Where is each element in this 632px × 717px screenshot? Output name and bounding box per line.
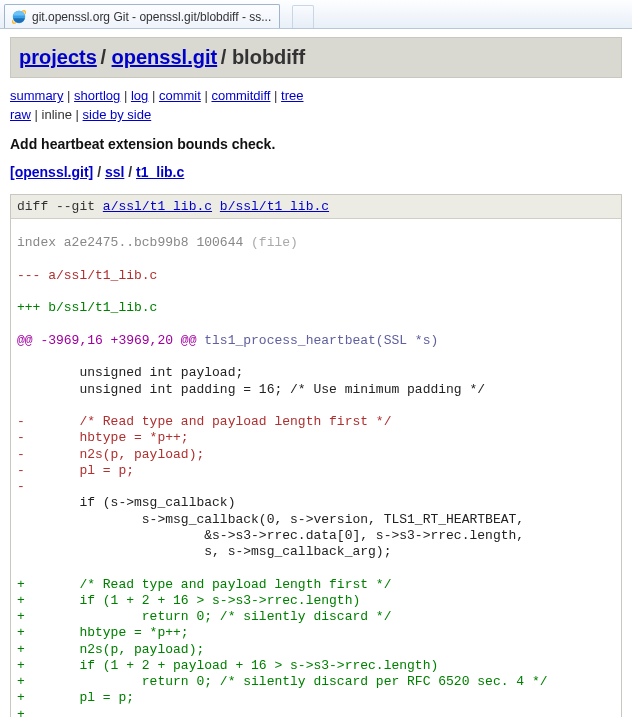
diff-line xyxy=(11,398,621,414)
diff-line: + pl = p; xyxy=(11,690,621,706)
diff-line: - hbtype = *p++; xyxy=(11,430,621,446)
nav-log[interactable]: log xyxy=(131,88,148,103)
diff-line: - pl = p; xyxy=(11,463,621,479)
tab-title: git.openssl.org Git - openssl.git/blobdi… xyxy=(32,10,271,24)
diff-line xyxy=(11,560,621,576)
nav-links-1: summary | shortlog | log | commit | comm… xyxy=(10,88,622,103)
path-file[interactable]: t1_lib.c xyxy=(136,164,184,180)
commit-title: Add heartbeat extension bounds check. xyxy=(10,136,622,152)
nav-sbs[interactable]: side by side xyxy=(83,107,152,122)
nav-summary[interactable]: summary xyxy=(10,88,63,103)
projects-link[interactable]: projects xyxy=(19,46,97,68)
nav-tree[interactable]: tree xyxy=(281,88,303,103)
path-root[interactable]: [openssl.git] xyxy=(10,164,93,180)
page-content: projects / openssl.git / blobdiff summar… xyxy=(0,29,632,717)
diff-line: + /* Read type and payload length first … xyxy=(11,577,621,593)
browser-tab-bar: git.openssl.org Git - openssl.git/blobdi… xyxy=(0,0,632,29)
nav-commitdiff[interactable]: commitdiff xyxy=(211,88,270,103)
diff-line: + hbtype = *p++; xyxy=(11,625,621,641)
diff-line: + return 0; /* silently discard */ xyxy=(11,609,621,625)
header-action: blobdiff xyxy=(232,46,305,68)
nav-raw[interactable]: raw xyxy=(10,107,31,122)
diff-line: + n2s(p, payload); xyxy=(11,642,621,658)
path-breadcrumb: [openssl.git] / ssl / t1_lib.c xyxy=(10,164,622,180)
diff-line: &s->s3->rrec.data[0], s->s3->rrec.length… xyxy=(11,528,621,544)
nav-inline: inline xyxy=(42,107,72,122)
diff-file-b[interactable]: b/ssl/t1_lib.c xyxy=(220,199,329,214)
diff-file-a[interactable]: a/ssl/t1_lib.c xyxy=(103,199,212,214)
header-sep: / xyxy=(221,46,232,68)
diff-container: diff --git a/ssl/t1_lib.c b/ssl/t1_lib.c… xyxy=(10,194,622,717)
diff-hunk-header: @@ -3969,16 +3969,20 @@ tls1_process_hea… xyxy=(11,333,621,349)
ie-icon xyxy=(11,9,27,25)
nav-commit[interactable]: commit xyxy=(159,88,201,103)
browser-tab[interactable]: git.openssl.org Git - openssl.git/blobdi… xyxy=(4,4,280,28)
diff-line: unsigned int payload; xyxy=(11,365,621,381)
path-dir[interactable]: ssl xyxy=(105,164,124,180)
nav-links-2: raw | inline | side by side xyxy=(10,107,622,122)
diff-line: if (s->msg_callback) xyxy=(11,495,621,511)
diff-body: index a2e2475..bcb99b8 100644 (file) ---… xyxy=(11,219,621,717)
diff-line: - /* Read type and payload length first … xyxy=(11,414,621,430)
diff-line: + if (1 + 2 + 16 > s->s3->rrec.length) xyxy=(11,593,621,609)
diff-index-line: index a2e2475..bcb99b8 100644 (file) xyxy=(11,235,621,251)
diff-header: diff --git a/ssl/t1_lib.c b/ssl/t1_lib.c xyxy=(11,195,621,219)
nav-shortlog[interactable]: shortlog xyxy=(74,88,120,103)
diff-line: unsigned int padding = 16; /* Use minimu… xyxy=(11,382,621,398)
header-bar: projects / openssl.git / blobdiff xyxy=(10,37,622,78)
diff-line: - n2s(p, payload); xyxy=(11,447,621,463)
new-tab-button[interactable] xyxy=(292,5,314,28)
diff-line: + return 0; /* silently discard per RFC … xyxy=(11,674,621,690)
diff-line: s, s->msg_callback_arg); xyxy=(11,544,621,560)
diff-file-plus: +++ b/ssl/t1_lib.c xyxy=(11,300,621,316)
diff-line: - xyxy=(11,479,621,495)
header-sep: / xyxy=(100,46,111,68)
diff-line: + if (1 + 2 + payload + 16 > s->s3->rrec… xyxy=(11,658,621,674)
diff-header-prefix: diff --git xyxy=(17,199,103,214)
diff-line: s->msg_callback(0, s->version, TLS1_RT_H… xyxy=(11,512,621,528)
diff-file-minus: --- a/ssl/t1_lib.c xyxy=(11,268,621,284)
repo-link[interactable]: openssl.git xyxy=(112,46,218,68)
diff-line: + xyxy=(11,707,621,718)
